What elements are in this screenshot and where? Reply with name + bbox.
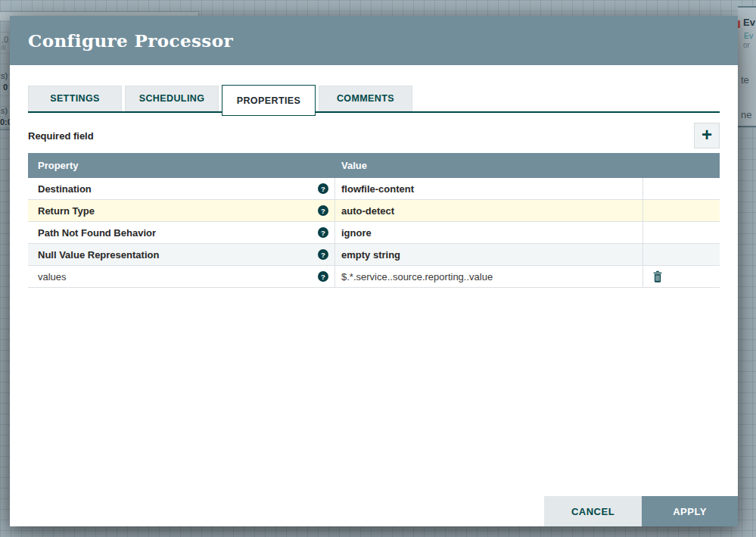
table-header-row: Property Value (28, 153, 720, 178)
property-name: values (38, 271, 67, 283)
property-value[interactable]: flowfile-content (335, 178, 643, 199)
tab-settings[interactable]: SETTINGS (28, 86, 122, 111)
property-row[interactable]: values ? $.*.service..source.reporting..… (28, 266, 720, 288)
tab-label: SETTINGS (50, 93, 100, 104)
canvas-text-fragment: 0 (3, 83, 8, 92)
property-row[interactable]: Destination ? flowfile-content (28, 178, 720, 200)
property-name: Return Type (38, 205, 95, 217)
property-value[interactable]: ignore (335, 222, 643, 243)
property-row[interactable]: Null Value Representation ? empty string (28, 244, 720, 266)
tab-comments[interactable]: COMMENTS (319, 86, 412, 111)
property-row[interactable]: Return Type ? auto-detect (28, 200, 720, 222)
tab-label: COMMENTS (337, 93, 394, 104)
configure-processor-dialog: Configure Processor SETTINGS SCHEDULING … (10, 16, 738, 526)
canvas-text-fragment: te (741, 75, 749, 85)
canvas-text-fragment: s) (1, 72, 8, 80)
help-icon[interactable]: ? (318, 205, 328, 216)
canvas-text-fragment: or (743, 42, 750, 49)
help-icon[interactable]: ? (318, 227, 328, 238)
canvas-text-fragment: ifi (1, 45, 6, 52)
required-field-label: Required field (28, 130, 94, 142)
background-invalid-icon-fragment (738, 20, 740, 28)
property-value[interactable]: empty string (335, 244, 643, 265)
canvas-text-fragment: Ev (743, 17, 755, 27)
tab-label: PROPERTIES (237, 95, 301, 106)
tab-bar: SETTINGS SCHEDULING PROPERTIES COMMENTS (28, 84, 720, 113)
table-body: Destination ? flowfile-content Return Ty… (28, 178, 720, 288)
help-icon[interactable]: ? (318, 249, 328, 260)
tab-scheduling[interactable]: SCHEDULING (125, 86, 219, 111)
tab-label: SCHEDULING (139, 93, 205, 104)
property-value[interactable]: auto-detect (335, 200, 643, 221)
value-column-header: Value (335, 160, 643, 171)
dialog-header: Configure Processor (10, 16, 738, 65)
tab-properties[interactable]: PROPERTIES (222, 85, 316, 116)
apply-button[interactable]: APPLY (642, 496, 738, 526)
property-value[interactable]: $.*.service..source.reporting..value (335, 266, 643, 287)
canvas-text-fragment: ne (741, 110, 751, 120)
help-icon[interactable]: ? (318, 271, 328, 282)
canvas-text-fragment: s) (1, 107, 8, 115)
dialog-body: SETTINGS SCHEDULING PROPERTIES COMMENTS … (10, 84, 738, 515)
canvas-text-fragment: Ev (744, 32, 753, 40)
property-column-header: Property (28, 160, 335, 171)
properties-table: Property Value Destination ? flowfile-co… (28, 153, 720, 288)
property-name: Path Not Found Behavior (38, 227, 156, 239)
background-divider-fragment (0, 129, 10, 130)
dialog-footer: CANCEL APPLY (544, 496, 738, 526)
delete-property-icon[interactable] (652, 270, 663, 283)
property-row[interactable]: Path Not Found Behavior ? ignore (28, 222, 720, 244)
canvas-text-fragment: .0 (2, 36, 8, 44)
dialog-title: Configure Processor (28, 30, 233, 51)
add-property-button[interactable]: + (694, 123, 720, 148)
cancel-button[interactable]: CANCEL (544, 496, 642, 526)
property-name: Destination (38, 183, 92, 195)
help-icon[interactable]: ? (318, 183, 328, 194)
required-field-row: Required field + (28, 123, 720, 148)
property-name: Null Value Representation (38, 249, 159, 261)
